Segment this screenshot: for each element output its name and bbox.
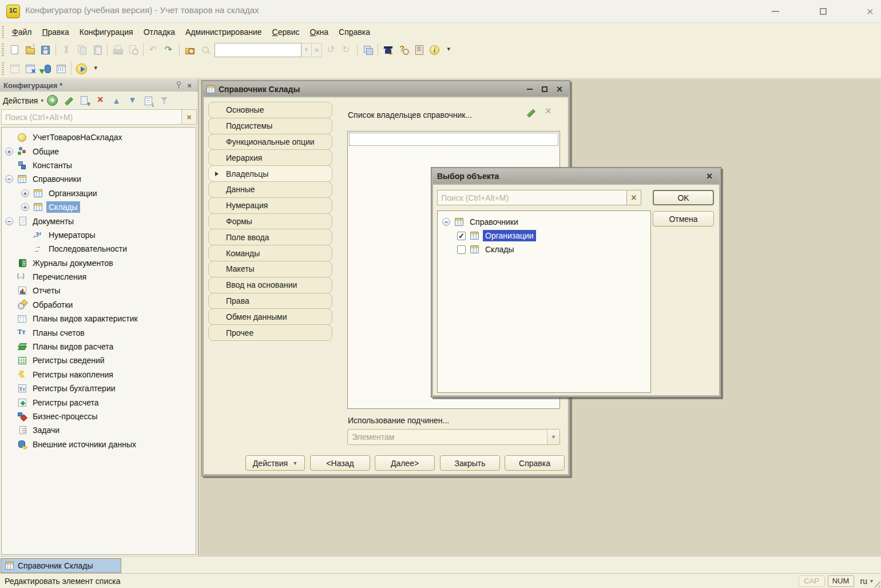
toolbar-paste-button[interactable] — [89, 42, 105, 58]
owners-list-focused-row[interactable] — [348, 132, 559, 146]
toolbar-open-file-button[interactable] — [22, 42, 38, 58]
collapse-icon[interactable]: − — [5, 175, 13, 183]
dialog-search-input[interactable] — [437, 190, 627, 205]
child-maximize-button[interactable] — [539, 84, 550, 94]
unchecked-checkbox[interactable] — [457, 245, 466, 254]
actions-button[interactable]: Действия▼ — [245, 455, 305, 471]
expand-icon[interactable]: + — [21, 203, 29, 211]
tab-обмен-данными[interactable]: Обмен данными — [208, 308, 332, 325]
tree-item[interactable]: −Справочники — [2, 172, 196, 186]
toolbar-copy-button[interactable] — [74, 42, 89, 58]
child-close-button[interactable]: × — [554, 84, 565, 94]
toolbar-save-file-button[interactable] — [38, 42, 53, 58]
tree-item[interactable]: Внешние источники данных — [2, 438, 196, 451]
actions-caret-icon[interactable]: ▾ — [41, 97, 43, 104]
tree-item[interactable]: +Склады — [2, 200, 196, 214]
dialog-tree-item[interactable]: −Справочники — [438, 215, 650, 229]
tree-item[interactable]: Перечисления — [2, 270, 196, 284]
action-delete-button[interactable] — [93, 93, 108, 108]
window-tab-справочник-склады[interactable]: Справочник Склады — [1, 558, 121, 573]
tab-данные[interactable]: Данные — [208, 181, 332, 198]
find-text-input[interactable] — [215, 43, 301, 57]
tab-поле-ввода[interactable]: Поле ввода — [208, 229, 332, 245]
expand-icon[interactable]: + — [21, 189, 29, 197]
toolbar-info-button[interactable] — [427, 42, 442, 58]
tree-item[interactable]: Планы видов характеристик — [2, 312, 196, 325]
checked-checkbox[interactable] — [457, 232, 466, 240]
resize-grip[interactable] — [872, 579, 880, 587]
language-indicator[interactable]: ru▾ — [860, 577, 873, 586]
back-button[interactable]: <Назад — [310, 455, 370, 471]
action-move-down-button[interactable] — [125, 93, 140, 108]
toolbar-more-caret-button[interactable] — [89, 61, 105, 77]
toolbar-search-backward-button[interactable] — [324, 42, 339, 58]
toolbar-close-config-button[interactable] — [22, 61, 38, 77]
actions-menu-button[interactable]: Действия — [3, 96, 38, 105]
tab-права[interactable]: Права — [208, 293, 332, 309]
tab-ввод-на-основании[interactable]: Ввод на основании — [208, 277, 332, 293]
tab-владельцы[interactable]: Владельцы — [208, 165, 332, 182]
edit-owners-icon[interactable] — [526, 108, 536, 118]
toolbar-form-window-button[interactable] — [53, 61, 69, 77]
search-clear-icon[interactable]: × — [182, 109, 197, 125]
toolbar-config-window-button[interactable] — [7, 61, 22, 77]
combo-dropdown-icon[interactable]: ▼ — [301, 43, 312, 57]
config-search-input[interactable] — [1, 109, 182, 125]
tab-команды[interactable]: Команды — [208, 245, 332, 261]
toolbar-print-button[interactable] — [110, 42, 125, 58]
dialog-tree-item[interactable]: Склады — [438, 243, 650, 256]
child-minimize-button[interactable] — [524, 84, 535, 94]
toolbar-find-button[interactable] — [197, 42, 213, 58]
toolbar-cut-button[interactable] — [58, 42, 74, 58]
tree-item[interactable]: Планы счетов — [2, 325, 196, 339]
toolbar-syntax-assistant-button[interactable] — [380, 42, 396, 58]
toolbar-search-forward-button[interactable] — [339, 42, 355, 58]
help-button[interactable]: Справка — [505, 455, 565, 471]
tree-item[interactable]: Последовательности — [2, 242, 196, 256]
dialog-tree-item[interactable]: Организации — [438, 229, 650, 243]
tree-item[interactable]: +Организации — [2, 186, 196, 200]
toolbar-help-search-button[interactable] — [396, 42, 411, 58]
tab-подсистемы[interactable]: Подсистемы — [208, 118, 332, 134]
tab-нумерация[interactable]: Нумерация — [208, 197, 332, 214]
tree-item[interactable]: Задачи — [2, 423, 196, 437]
toolbar-print-preview-button[interactable] — [125, 42, 141, 58]
tab-основные[interactable]: Основные — [208, 102, 332, 118]
toolbar-template-notes-button[interactable] — [411, 42, 427, 58]
tab-прочее[interactable]: Прочее — [208, 324, 332, 341]
action-copy-add-button[interactable] — [77, 93, 92, 108]
dropdown-caret-icon[interactable]: ▼ — [547, 430, 559, 444]
collapse-icon[interactable]: − — [442, 218, 450, 226]
tree-item[interactable]: Нумераторы — [2, 228, 196, 242]
toolbar-update-db-config-button[interactable] — [38, 61, 53, 77]
expand-icon[interactable]: + — [5, 148, 13, 156]
action-add-button[interactable] — [45, 93, 59, 108]
toolbar-new-document-button[interactable] — [7, 42, 22, 58]
tree-item[interactable]: УчетТоваровНаСкладах — [2, 130, 196, 144]
tab-иерархия[interactable]: Иерархия — [208, 149, 332, 166]
tab-формы[interactable]: Формы — [208, 213, 332, 230]
tree-item[interactable]: Регистры бухгалтерии — [2, 382, 196, 395]
tree-item[interactable]: Регистры расчета — [2, 395, 196, 409]
tree-item[interactable]: Бизнес-процессы — [2, 410, 196, 423]
menu-file[interactable]: Файл — [7, 25, 37, 39]
menu-help[interactable]: Справка — [334, 25, 375, 39]
combo-clear-icon[interactable]: × — [312, 43, 322, 57]
toolbar-start-debug-button[interactable] — [74, 61, 89, 77]
ok-button[interactable]: OK — [653, 190, 714, 205]
dialog-search-clear-icon[interactable]: × — [627, 190, 641, 205]
panel-close-icon[interactable]: × — [184, 80, 195, 90]
menu-edit[interactable]: Правка — [37, 25, 74, 39]
clear-owners-icon[interactable] — [544, 108, 554, 118]
tree-item[interactable]: +Общие — [2, 144, 196, 158]
close-button[interactable]: × — [863, 5, 878, 18]
toolbar-grip[interactable] — [2, 43, 4, 56]
action-edit-button[interactable] — [61, 93, 76, 108]
toolbar-redo-button[interactable] — [161, 42, 177, 58]
tree-item[interactable]: Планы видов расчета — [2, 340, 196, 353]
tree-item[interactable]: −Документы — [2, 214, 196, 228]
menu-configuration[interactable]: Конфигурация — [74, 25, 138, 39]
toolbar-undo-button[interactable] — [146, 42, 161, 58]
tree-item[interactable]: Регистры накопления — [2, 368, 196, 382]
action-move-up-button[interactable] — [109, 93, 124, 108]
